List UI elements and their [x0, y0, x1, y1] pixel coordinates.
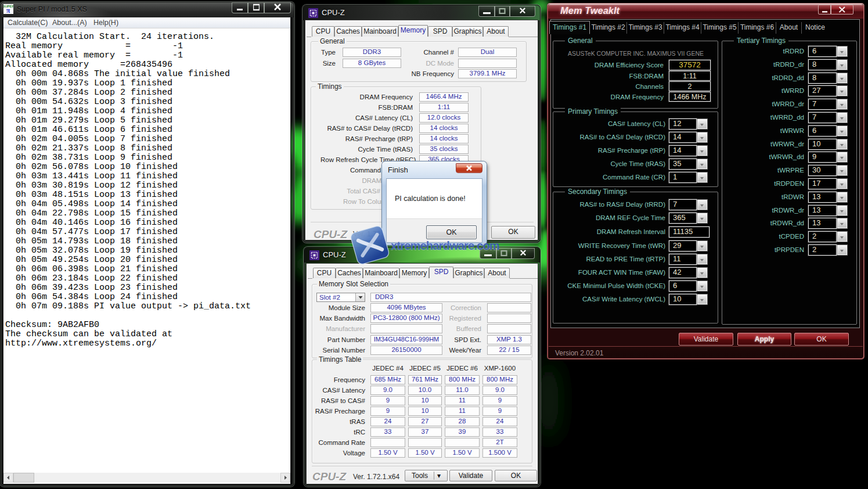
svg-text:π: π	[6, 6, 10, 14]
